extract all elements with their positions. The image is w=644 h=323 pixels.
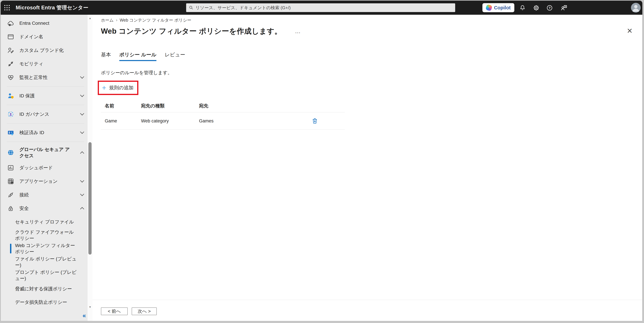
previous-button[interactable]: < 前へ — [101, 307, 128, 315]
chevron-down-icon — [80, 130, 84, 134]
mobility-icon — [7, 60, 14, 68]
sidebar-item-global-secure-access[interactable]: グローバル セキュア アクセス — [1, 144, 88, 161]
sidebar-item-data-loss-prevention-policies[interactable]: データ損失防止ポリシー — [1, 295, 88, 309]
sidebar-item-prompt-policies-preview[interactable]: プロンプト ポリシー (プレビュー) — [1, 269, 88, 282]
cloud-sync-icon — [7, 20, 14, 27]
chevron-down-icon — [80, 75, 84, 79]
footer-divider — [92, 300, 642, 300]
sidebar-item-cloud-firewall-policies[interactable]: クラウド ファイアウォール ポリシー — [1, 228, 88, 242]
notifications-button[interactable] — [519, 4, 526, 11]
copilot-icon — [486, 4, 492, 11]
app-title: Microsoft Entra 管理センター — [16, 4, 88, 11]
chevron-up-icon — [80, 207, 84, 211]
cell-dest-type: Web category — [141, 118, 199, 124]
overflow-menu-button[interactable]: … — [295, 29, 300, 34]
tab-basics[interactable]: 基本 — [101, 51, 111, 61]
top-bar: Microsoft Entra 管理センター Copilot — [1, 1, 642, 15]
app-window: Microsoft Entra 管理センター Copilot — [1, 1, 642, 321]
trash-icon — [312, 118, 318, 124]
domain-icon — [7, 33, 14, 41]
heart-pulse-icon — [7, 74, 14, 81]
person-edit-icon — [7, 47, 14, 54]
close-button[interactable]: ✕ — [627, 28, 633, 35]
gear-icon — [533, 5, 540, 11]
breadcrumb-home[interactable]: ホーム — [101, 17, 114, 24]
app-launcher-button[interactable] — [1, 1, 13, 15]
person-feedback-icon — [560, 4, 568, 11]
main-region: Entra Connect ドメイン名 カス — [1, 15, 642, 321]
sidebar-item-threat-protection-policies[interactable]: 脅威に対する保護ポリシー — [1, 282, 88, 295]
search-icon — [189, 5, 194, 10]
tab-policy-rules[interactable]: ポリシー ルール — [119, 51, 156, 61]
rules-table: 名前 宛先の種類 宛先 Game Web category Games — [101, 103, 345, 130]
sidebar-item-connect[interactable]: 接続 — [1, 188, 88, 202]
sidebar-nav: Entra Connect ドメイン名 カス — [1, 15, 88, 321]
cell-dest: Games — [199, 118, 312, 124]
sidebar-item-security-profiles[interactable]: セキュリティ プロファイル — [1, 215, 88, 228]
page-title: Web コンテンツ フィルター ポリシーを作成します。 — [101, 26, 282, 36]
chevron-up-icon — [80, 151, 84, 155]
search-input[interactable] — [196, 5, 455, 10]
table-header-row: 名前 宛先の種類 宛先 — [101, 103, 345, 112]
column-header-dest: 宛先 — [199, 103, 312, 109]
sidebar-item-id-protection[interactable]: ID 保護 — [1, 89, 88, 103]
table-row[interactable]: Game Web category Games — [101, 112, 345, 130]
scrollbar-thumb[interactable] — [88, 142, 92, 255]
sidebar-item-file-policies-preview[interactable]: ファイル ポリシー (プレビュー) — [1, 255, 88, 269]
account-avatar[interactable] — [631, 3, 641, 13]
global-search[interactable] — [186, 3, 455, 12]
sidebar-divider — [7, 105, 84, 105]
sidebar-item-domain-names[interactable]: ドメイン名 — [1, 30, 88, 44]
sidebar-collapse-button[interactable]: « — [82, 313, 86, 319]
sidebar-item-monitoring-health[interactable]: 監視と正常性 — [1, 71, 88, 84]
scroll-up-icon[interactable]: ▲ — [88, 17, 92, 20]
bell-icon — [519, 5, 526, 11]
plus-icon — [102, 85, 107, 91]
id-protection-icon — [7, 92, 14, 100]
id-governance-icon — [7, 111, 14, 118]
breadcrumb-current[interactable]: Web コンテンツ フィルター ポリシー — [120, 17, 191, 24]
help-icon: ? — [546, 5, 553, 11]
add-rule-button[interactable]: 規則の追加 — [99, 85, 134, 91]
settings-button[interactable] — [533, 4, 540, 11]
sidebar-item-dashboard[interactable]: ダッシュボード — [1, 161, 88, 174]
sidebar-item-custom-branding[interactable]: カスタム ブランド化 — [1, 44, 88, 57]
wizard-tabs: 基本 ポリシー ルール レビュー — [101, 51, 185, 61]
copilot-label: Copilot — [494, 5, 511, 11]
copilot-button[interactable]: Copilot — [482, 3, 514, 12]
chevron-down-icon — [80, 192, 84, 196]
highlight-annotation: 規則の追加 — [98, 81, 138, 95]
sidebar-item-secure[interactable]: 安全 — [1, 202, 88, 215]
sidebar-item-id-governance[interactable]: ID ガバナンス — [1, 107, 88, 121]
waffle-icon — [4, 5, 10, 10]
lock-icon — [7, 205, 14, 212]
sidebar-item-verified-id[interactable]: 検証済み ID — [1, 126, 88, 139]
cell-name: Game — [101, 118, 141, 124]
breadcrumb: ホーム › Web コンテンツ フィルター ポリシー — [101, 17, 191, 24]
sidebar-item-mobility[interactable]: モビリティ — [1, 57, 88, 71]
scroll-down-icon[interactable]: ▼ — [88, 305, 92, 309]
applications-icon — [7, 178, 14, 185]
sidebar-item-applications[interactable]: アプリケーション — [1, 174, 88, 188]
feedback-button[interactable] — [560, 4, 568, 11]
tab-review[interactable]: レビュー — [165, 51, 185, 61]
content-panel: ホーム › Web コンテンツ フィルター ポリシー Web コンテンツ フィル… — [92, 15, 642, 321]
next-button[interactable]: 次へ > — [132, 307, 157, 315]
help-button[interactable]: ? — [546, 4, 553, 11]
dashboard-icon — [7, 164, 14, 171]
delete-rule-button[interactable] — [312, 118, 318, 124]
breadcrumb-separator-icon: › — [116, 17, 117, 24]
sidebar-item-entra-connect[interactable]: Entra Connect — [1, 17, 88, 30]
verified-id-icon — [7, 129, 14, 136]
person-icon — [631, 3, 641, 13]
sidebar-scrollbar[interactable]: ▲ ▼ — [88, 15, 92, 321]
svg-text:?: ? — [548, 6, 550, 10]
sidebar-divider — [7, 142, 84, 142]
chevron-down-icon — [80, 178, 84, 182]
column-header-name: 名前 — [101, 103, 141, 109]
tab-description: ポリシーのルールを管理します。 — [101, 69, 172, 76]
global-secure-access-icon — [7, 149, 14, 156]
plug-icon — [7, 191, 14, 199]
column-header-dest-type: 宛先の種類 — [141, 103, 199, 109]
sidebar-item-web-content-filtering-policies[interactable]: Web コンテンツ フィルター ポリシー — [1, 242, 88, 255]
